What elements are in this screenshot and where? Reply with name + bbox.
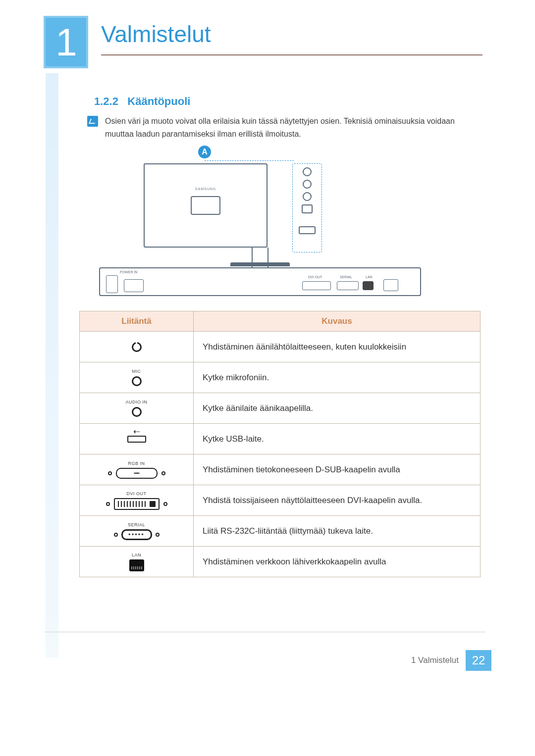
mic-jack-icon: [303, 180, 312, 189]
serial-icon: •••••: [121, 529, 152, 540]
col-header-desc: Kuvaus: [194, 311, 481, 332]
dvi-out-port-icon: [302, 281, 331, 290]
footer-page-number: 22: [466, 650, 491, 671]
table-row: SERIAL ••••• Liitä RS-232C-liitäntää (li…: [80, 516, 481, 547]
footer: 1 Valmistelut 22: [404, 650, 491, 671]
chapter-rule: [101, 54, 482, 55]
desc-cell: Liitä RS-232C-liitäntää (liittymää) tuke…: [194, 516, 481, 547]
note-block: Osien väri ja muoto voivat olla erilaisi…: [87, 115, 483, 140]
label-dvi-out: DVI OUT: [308, 275, 322, 279]
chapter-title: Valmistelut: [101, 21, 211, 48]
monitor-rear: SAMSUNG: [144, 163, 268, 248]
footer-rule: [45, 632, 485, 632]
rgb-in-port-icon: [299, 226, 316, 234]
audio-in-jack-icon: [303, 192, 312, 201]
section-heading: 1.2.2 Kääntöpuoli: [94, 95, 190, 108]
serial-port-icon: [337, 281, 359, 290]
monitor-hinge: [191, 196, 220, 215]
chapter-number: 1: [55, 20, 76, 65]
table-row: AUDIO IN Kytke äänilaite äänikaapelilla.: [80, 393, 481, 424]
table-header-row: Liitäntä Kuvaus: [80, 311, 481, 332]
ports-table: Liitäntä Kuvaus Yhdistäminen äänilähtöla…: [79, 311, 481, 577]
table-row: LAN Yhdistäminen verkkoon lähiverkkokaap…: [80, 547, 481, 577]
port-cell-usb: [80, 424, 194, 454]
desc-cell: Kytke mikrofoniin.: [194, 362, 481, 393]
port-cell-rgb-in: RGB IN •••••: [80, 454, 194, 485]
chapter-badge: 1: [44, 16, 88, 68]
section-number: 1.2.2: [94, 95, 118, 107]
table-row: MIC Kytke mikrofoniin.: [80, 362, 481, 393]
monitor-brand: SAMSUNG: [145, 187, 267, 191]
callout-dash-line: [205, 160, 294, 161]
label-serial: SERIAL: [340, 275, 352, 279]
left-accent-strip: [46, 73, 58, 657]
headphone-jack-icon: [303, 167, 312, 176]
port-label-rgb-in: RGB IN: [82, 461, 191, 466]
note-icon: [87, 116, 98, 127]
port-cell-mic: MIC: [80, 362, 194, 393]
monitor-stand-base: [230, 262, 290, 266]
vga-icon: •••••: [116, 468, 158, 479]
port-cell-audio-in: AUDIO IN: [80, 393, 194, 424]
port-label-audio-in: AUDIO IN: [82, 400, 191, 404]
rear-diagram: A SAMSUNG POWER IN DVI OUT SERIAL LAN: [99, 149, 421, 302]
lan-port-icon: [363, 281, 374, 290]
usb-bottom-port-icon: [383, 279, 398, 291]
page: 1 Valmistelut 1.2.2 Kääntöpuoli Osien vä…: [0, 0, 535, 756]
port-cell-dvi-out: DVI OUT: [80, 485, 194, 516]
usb-port-icon: [302, 204, 313, 213]
col-header-port: Liitäntä: [80, 311, 194, 332]
port-label-serial: SERIAL: [82, 522, 191, 527]
port-cell-serial: SERIAL •••••: [80, 516, 194, 547]
note-text: Osien väri ja muoto voivat olla erilaisi…: [105, 115, 483, 140]
power-in-port-icon: [106, 275, 118, 293]
screw-left-icon: [106, 502, 110, 506]
audio-in-icon: [132, 407, 142, 417]
desc-cell: Yhdistäminen äänilähtölaitteeseen, kuten…: [194, 332, 481, 362]
port-cell-headphone: [80, 332, 194, 362]
headphone-icon: [132, 342, 142, 352]
footer-chapter-ref: 1 Valmistelut: [404, 650, 466, 671]
table-row: RGB IN ••••• Yhdistäminen tietokoneeseen…: [80, 454, 481, 485]
dvi-icon: [114, 498, 160, 510]
bottom-port-panel: POWER IN DVI OUT SERIAL LAN: [99, 267, 421, 296]
desc-cell: Yhdistä toissijaiseen näyttölaitteeseen …: [194, 485, 481, 516]
port-label-lan: LAN: [82, 553, 191, 557]
section-title: Kääntöpuoli: [127, 95, 190, 107]
desc-cell: Yhdistäminen verkkoon lähiverkkokaapelin…: [194, 547, 481, 577]
port-cell-lan: LAN: [80, 547, 194, 577]
lan-icon: [129, 559, 144, 571]
desc-cell: Kytke USB-laite.: [194, 424, 481, 454]
screw-right-icon: [163, 502, 167, 506]
callout-marker-a: A: [198, 146, 211, 158]
desc-cell: Yhdistäminen tietokoneeseen D-SUB-kaapel…: [194, 454, 481, 485]
port-label-dvi-out: DVI OUT: [82, 491, 191, 496]
power-switch-icon: [124, 279, 144, 292]
table-row: DVI OUT Yhdistä toissijaiseen näyttölait…: [80, 485, 481, 516]
mic-icon: [132, 376, 142, 386]
usb-icon: [127, 436, 146, 443]
label-lan: LAN: [366, 275, 373, 279]
table-row: Kytke USB-laite.: [80, 424, 481, 454]
table-row: Yhdistäminen äänilähtölaitteeseen, kuten…: [80, 332, 481, 362]
port-label-mic: MIC: [82, 369, 191, 374]
desc-cell: Kytke äänilaite äänikaapelilla.: [194, 393, 481, 424]
label-power-in: POWER IN: [120, 270, 137, 274]
side-port-panel: [292, 163, 322, 252]
